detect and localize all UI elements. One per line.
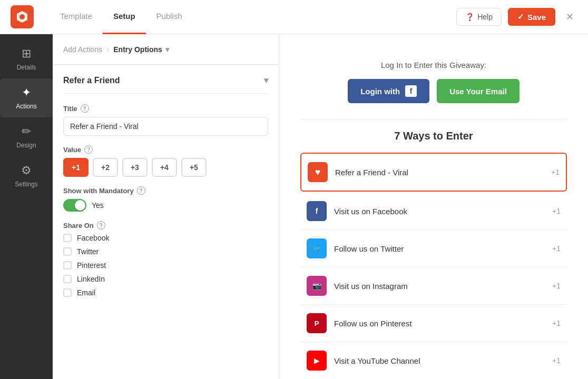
share-on-label: Share On: [63, 222, 94, 230]
preview-panel: Log In to Enter this Giveaway: Login wit…: [279, 34, 588, 379]
email-checkbox[interactable]: [63, 288, 72, 297]
value-help-icon[interactable]: ?: [84, 145, 93, 154]
topbar-right: ❓ Help ✓ Save ✕: [456, 8, 577, 26]
title-label: Title: [63, 105, 77, 113]
breadcrumb-parent[interactable]: Add Actions: [63, 45, 102, 54]
help-button[interactable]: ❓ Help: [456, 8, 502, 26]
login-buttons: Login with f Use Your Email: [300, 79, 567, 103]
share-twitter-label: Twitter: [77, 247, 99, 256]
breadcrumb: Add Actions › Entry Options ▾: [53, 34, 279, 65]
facebook-entry-icon: f: [307, 201, 327, 221]
facebook-icon: f: [405, 85, 417, 97]
breadcrumb-current-label: Entry Options: [113, 45, 162, 54]
entry-pinterest-label: Follow us on Pinterest: [334, 319, 545, 328]
help-icon: ❓: [465, 13, 474, 21]
value-btn-5[interactable]: +5: [181, 158, 207, 177]
entry-facebook-points: +1: [552, 207, 561, 215]
share-option-pinterest[interactable]: Pinterest: [63, 261, 268, 270]
sidebar-item-details[interactable]: ⊞ Details: [0, 39, 53, 78]
check-icon: ✓: [517, 12, 524, 22]
twitter-checkbox[interactable]: [63, 247, 72, 256]
section-title-label: Refer a Friend: [63, 76, 120, 85]
share-on-list: Facebook Twitter Pinterest LinkedIn: [63, 234, 268, 297]
youtube-entry-icon: ▶: [307, 351, 327, 371]
entry-facebook[interactable]: f Visit us on Facebook +1: [300, 193, 567, 230]
share-option-twitter[interactable]: Twitter: [63, 247, 268, 256]
tab-template[interactable]: Template: [50, 0, 103, 34]
refer-icon: ♥: [308, 162, 328, 182]
mandatory-toggle[interactable]: [63, 199, 86, 212]
value-btn-1[interactable]: +1: [63, 158, 89, 177]
facebook-login-button[interactable]: Login with f: [348, 79, 429, 103]
toggle-knob: [75, 200, 85, 211]
tab-setup[interactable]: Setup: [103, 0, 146, 34]
value-btn-3[interactable]: +3: [122, 158, 148, 177]
section-header: Refer a Friend ▾: [63, 75, 268, 94]
sidebar-label-details: Details: [17, 64, 36, 71]
pinterest-entry-icon: P: [307, 313, 327, 333]
close-button[interactable]: ✕: [562, 9, 577, 25]
entry-youtube-points: +1: [552, 356, 561, 365]
entry-refer-label: Refer a Friend - Viral: [335, 168, 544, 177]
entry-twitter-label: Follow us on Twitter: [334, 244, 545, 253]
email-login-button[interactable]: Use Your Email: [437, 79, 520, 103]
main-layout: ⊞ Details ✦ Actions ✏ Design ⚙ Settings …: [0, 34, 588, 379]
svg-point-1: [19, 14, 25, 19]
collapse-icon[interactable]: ▾: [264, 75, 268, 85]
title-field-group: Title ?: [63, 104, 268, 136]
value-btn-4[interactable]: +4: [152, 158, 177, 177]
share-on-help-icon[interactable]: ?: [97, 221, 105, 230]
save-button[interactable]: ✓ Save: [508, 8, 555, 26]
mandatory-label-row: Show with Mandatory ?: [63, 186, 268, 195]
entry-pinterest-points: +1: [552, 319, 561, 327]
logo-icon: [15, 9, 30, 24]
share-facebook-label: Facebook: [77, 234, 109, 242]
sidebar-item-design[interactable]: ✏ Design: [0, 117, 53, 156]
pinterest-checkbox[interactable]: [63, 261, 72, 270]
sidebar-label-settings: Settings: [15, 181, 37, 188]
linkedin-checkbox[interactable]: [63, 275, 72, 283]
share-on-field-group: Share On ? Facebook Twitter Pinterest: [63, 221, 268, 297]
entry-instagram-points: +1: [552, 282, 561, 290]
title-label-row: Title ?: [63, 104, 268, 113]
mandatory-toggle-text: Yes: [92, 201, 104, 210]
ways-title: 7 Ways to Enter: [300, 130, 567, 142]
value-label-row: Value ?: [63, 145, 268, 154]
share-option-facebook[interactable]: Facebook: [63, 234, 268, 242]
value-btn-2[interactable]: +2: [93, 158, 118, 177]
entry-instagram-label: Visit us on Instagram: [334, 282, 545, 291]
sidebar-label-actions: Actions: [16, 103, 36, 110]
entry-instagram[interactable]: 📷 Visit us on Instagram +1: [300, 267, 567, 305]
email-login-label: Use Your Email: [449, 87, 507, 96]
share-option-email[interactable]: Email: [63, 288, 268, 297]
title-help-icon[interactable]: ?: [81, 104, 89, 113]
design-icon: ✏: [22, 125, 31, 138]
sidebar-item-settings[interactable]: ⚙ Settings: [0, 156, 53, 195]
sidebar: ⊞ Details ✦ Actions ✏ Design ⚙ Settings: [0, 34, 53, 379]
mandatory-help-icon[interactable]: ?: [137, 186, 145, 195]
login-title: Log In to Enter this Giveaway:: [300, 61, 567, 69]
entry-pinterest[interactable]: P Follow us on Pinterest +1: [300, 305, 567, 342]
entry-facebook-label: Visit us on Facebook: [334, 207, 545, 216]
login-section: Log In to Enter this Giveaway: Login wit…: [300, 50, 567, 119]
sidebar-label-design: Design: [16, 142, 36, 149]
share-option-linkedin[interactable]: LinkedIn: [63, 275, 268, 283]
value-label: Value: [63, 146, 81, 154]
facebook-checkbox[interactable]: [63, 234, 72, 242]
chevron-down-icon: ▾: [165, 45, 169, 54]
entry-twitter[interactable]: 🐦 Follow us on Twitter +1: [300, 230, 567, 267]
entry-refer[interactable]: ♥ Refer a Friend - Viral +1: [300, 153, 567, 192]
entry-list: ♥ Refer a Friend - Viral +1 f Visit us o…: [300, 153, 567, 379]
entry-youtube-label: Visit a YouTube Channel: [334, 356, 545, 365]
nav-tabs: Template Setup Publish: [50, 0, 193, 34]
settings-icon: ⚙: [21, 164, 32, 177]
title-input[interactable]: [63, 117, 268, 136]
breadcrumb-current: Entry Options ▾: [113, 45, 169, 54]
login-fb-text: Login with: [360, 87, 400, 96]
tab-publish[interactable]: Publish: [146, 0, 193, 34]
topbar: Template Setup Publish ❓ Help ✓ Save ✕: [0, 0, 588, 34]
value-field-group: Value ? +1 +2 +3 +4 +5: [63, 145, 268, 177]
entry-youtube[interactable]: ▶ Visit a YouTube Channel +1: [300, 342, 567, 379]
share-email-label: Email: [77, 288, 95, 297]
sidebar-item-actions[interactable]: ✦ Actions: [0, 78, 53, 117]
